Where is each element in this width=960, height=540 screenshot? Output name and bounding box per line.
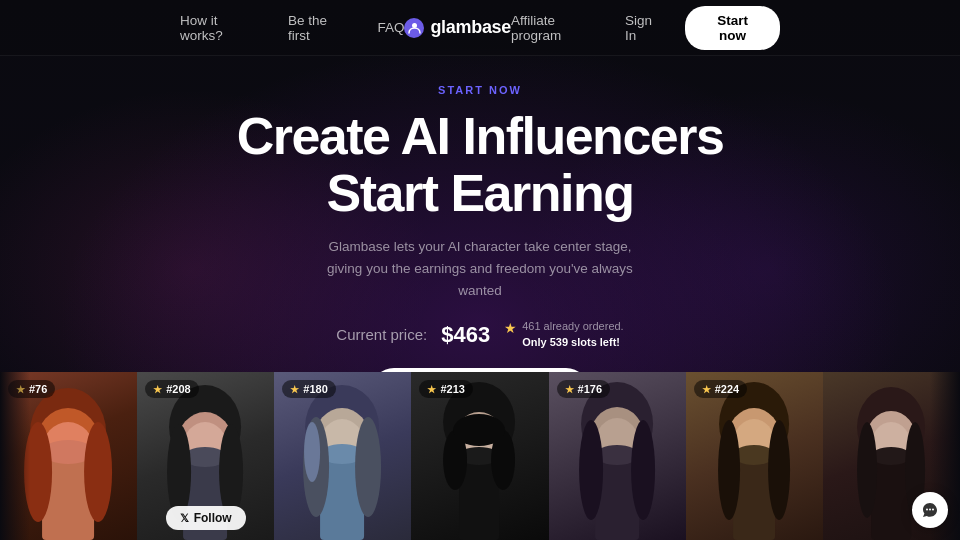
rank-star-6: ★ (702, 384, 711, 395)
rank-text-1: #76 (29, 383, 47, 395)
rank-star-1: ★ (16, 384, 25, 395)
nav-link-how-it-works[interactable]: How it works? (180, 13, 260, 43)
card-rank-3: ★ #180 (282, 380, 335, 398)
svg-point-50 (857, 422, 877, 518)
svg-point-53 (929, 509, 931, 511)
svg-point-37 (631, 420, 655, 520)
nav-logo[interactable]: glambase (404, 17, 511, 38)
svg-point-44 (768, 420, 790, 520)
price-badge-text: 461 already ordered. Only 539 slots left… (522, 319, 624, 350)
star-icon: ★ (504, 320, 517, 336)
rank-text-4: #213 (440, 383, 464, 395)
price-badge: ★ 461 already ordered. Only 539 slots le… (504, 319, 624, 350)
chat-bubble-button[interactable] (912, 492, 948, 528)
logo-text: glambase (430, 17, 511, 38)
card-rank-4: ★ #213 (419, 380, 472, 398)
rank-text-5: #176 (578, 383, 602, 395)
rank-star-4: ★ (427, 384, 436, 395)
logo-icon (404, 18, 424, 38)
rank-text-6: #224 (715, 383, 739, 395)
follow-badge[interactable]: 𝕏 Follow (166, 506, 246, 530)
svg-point-52 (926, 509, 928, 511)
price-value: $463 (441, 322, 490, 348)
card-rank-2: ★ #208 (145, 380, 198, 398)
svg-rect-48 (871, 456, 911, 540)
svg-point-49 (871, 447, 911, 465)
influencer-card-5: ★ #176 (549, 372, 686, 540)
svg-point-54 (932, 509, 934, 511)
svg-point-21 (355, 417, 381, 517)
nav-link-faq[interactable]: FAQ (377, 20, 404, 35)
influencer-strip: ★ #76 ★ #208 𝕏 Follow (0, 372, 960, 540)
nav-link-be-first[interactable]: Be the first (288, 13, 349, 43)
rank-star-2: ★ (153, 384, 162, 395)
influencer-card-2: ★ #208 𝕏 Follow (137, 372, 274, 540)
price-row: Current price: $463 ★ 461 already ordere… (0, 319, 960, 350)
influencer-card-6: ★ #224 (686, 372, 823, 540)
rank-text-3: #180 (303, 383, 327, 395)
price-label: Current price: (336, 326, 427, 343)
rank-text-2: #208 (166, 383, 190, 395)
ordered-text: 461 already ordered. (522, 319, 624, 334)
nav-left: How it works? Be the first FAQ (180, 13, 404, 43)
start-now-button[interactable]: Start now (685, 6, 780, 50)
navbar: How it works? Be the first FAQ glambase … (0, 0, 960, 56)
rank-star-3: ★ (290, 384, 299, 395)
hero-section: START NOW Create AI Influencers Start Ea… (0, 56, 960, 414)
hero-title-line1: Create AI Influencers (237, 107, 724, 165)
influencer-card-3: ★ #180 (274, 372, 411, 540)
svg-point-22 (304, 422, 320, 482)
slots-text: Only 539 slots left! (522, 335, 624, 350)
hero-title: Create AI Influencers Start Earning (0, 108, 960, 222)
svg-point-36 (579, 420, 603, 520)
nav-link-affiliate[interactable]: Affiliate program (511, 13, 605, 43)
influencer-card-4: ★ #213 (411, 372, 548, 540)
x-platform-icon: 𝕏 (180, 512, 189, 525)
hero-label: START NOW (0, 84, 960, 96)
hero-title-line2: Start Earning (327, 164, 634, 222)
svg-point-30 (453, 414, 505, 446)
card-rank-5: ★ #176 (557, 380, 610, 398)
svg-point-6 (24, 422, 52, 522)
svg-point-7 (84, 422, 112, 522)
influencer-card-1: ★ #76 (0, 372, 137, 540)
card-rank-6: ★ #224 (694, 380, 747, 398)
follow-label: Follow (194, 511, 232, 525)
hero-subtitle: Glambase lets your AI character take cen… (310, 236, 650, 301)
svg-point-43 (718, 420, 740, 520)
nav-link-signin[interactable]: Sign In (625, 13, 665, 43)
nav-right: Affiliate program Sign In Start now (511, 6, 780, 50)
card-rank-1: ★ #76 (8, 380, 55, 398)
rank-star-5: ★ (565, 384, 574, 395)
